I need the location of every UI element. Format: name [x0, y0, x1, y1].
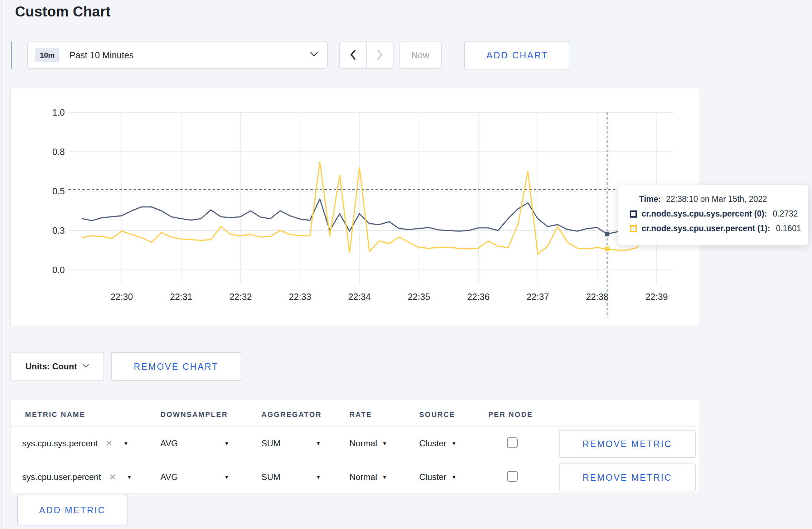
header-metric-name: METRIC NAME	[25, 400, 86, 427]
time-window-dropdown[interactable]: 10m Past 10 Minutes	[27, 42, 328, 69]
caret-down-icon: ▼	[451, 441, 456, 446]
source-select[interactable]: Cluster▼	[419, 460, 456, 494]
svg-text:0.5: 0.5	[52, 186, 65, 196]
svg-text:22:33: 22:33	[289, 292, 311, 302]
next-range-button[interactable]	[367, 42, 393, 68]
svg-text:22:38: 22:38	[586, 292, 609, 302]
svg-text:22:35: 22:35	[408, 292, 430, 302]
page-left-border	[1, 0, 2, 529]
add-chart-button[interactable]: ADD CHART	[464, 41, 570, 69]
tooltip-time-value: 22:38:10 on Mar 15th, 2022	[666, 194, 767, 204]
caret-down-icon: ▼	[316, 474, 321, 480]
caret-down-icon: ▼	[224, 441, 229, 446]
metrics-table-header: METRIC NAME DOWNSAMPLER AGGREGATOR RATE …	[11, 400, 699, 427]
rate-select[interactable]: Normal▼	[349, 460, 387, 494]
units-label: Units: Count	[25, 361, 77, 372]
header-aggregator: AGGREGATOR	[261, 400, 322, 427]
clear-metric-icon[interactable]: ✕	[109, 472, 116, 482]
tooltip-series-name: cr.node.sys.cpu.user.percent (1):	[642, 224, 770, 233]
chart-panel: 0.00.30.50.81.022:3022:3122:3222:3322:34…	[10, 88, 699, 326]
clear-metric-icon[interactable]: ✕	[106, 438, 113, 448]
tooltip-series-value: 0.2732	[773, 209, 798, 219]
tooltip-series-value: 0.1601	[776, 224, 801, 233]
svg-text:22:30: 22:30	[111, 292, 133, 302]
chevron-down-icon	[310, 52, 318, 58]
svg-text:22:36: 22:36	[467, 292, 490, 302]
caret-down-icon: ▼	[451, 474, 456, 480]
metrics-table: METRIC NAME DOWNSAMPLER AGGREGATOR RATE …	[10, 400, 699, 494]
downsampler-select[interactable]: AVG▼	[160, 460, 229, 494]
svg-text:22:39: 22:39	[646, 292, 668, 302]
tooltip-series-row: cr.node.sys.cpu.user.percent (1):0.1601	[630, 224, 808, 233]
caret-down-icon: ▼	[316, 441, 321, 446]
source-select[interactable]: Cluster▼	[419, 427, 456, 460]
tooltip-series-row: cr.node.sys.cpu.sys.percent (0):0.2732	[630, 209, 808, 219]
tooltip-time-label: Time:	[639, 194, 661, 204]
series-swatch-icon	[630, 210, 637, 218]
svg-text:1.0: 1.0	[52, 107, 65, 117]
chevron-right-icon	[376, 49, 383, 61]
prev-range-button[interactable]	[340, 42, 367, 68]
chart-tooltip: Time: 22:38:10 on Mar 15th, 2022 cr.node…	[618, 185, 808, 246]
metric-row: sys.cpu.sys.percent ✕ ▼ AVG▼ SUM▼ Normal…	[11, 427, 699, 460]
time-window-badge: 10m	[35, 48, 59, 62]
metric-name-value[interactable]: sys.cpu.sys.percent	[22, 438, 98, 448]
header-downsampler: DOWNSAMPLER	[160, 400, 228, 427]
svg-text:22:34: 22:34	[348, 292, 371, 302]
metric-name-cell: sys.cpu.sys.percent ✕ ▼	[22, 427, 129, 460]
header-source: SOURCE	[419, 400, 455, 427]
metric-row: sys.cpu.user.percent ✕ ▼ AVG▼ SUM▼ Norma…	[11, 460, 699, 494]
per-node-checkbox[interactable]	[507, 471, 518, 482]
aggregator-select[interactable]: SUM▼	[261, 427, 321, 460]
chevron-down-icon	[83, 363, 89, 370]
metric-name-value[interactable]: sys.cpu.user.percent	[22, 472, 101, 482]
svg-text:22:37: 22:37	[527, 292, 549, 302]
metric-caret-icon[interactable]: ▼	[127, 474, 132, 480]
remove-metric-button[interactable]: REMOVE METRIC	[559, 464, 696, 491]
svg-text:22:31: 22:31	[170, 292, 193, 302]
caret-down-icon: ▼	[382, 441, 387, 446]
downsampler-select[interactable]: AVG▼	[160, 427, 229, 460]
aggregator-select[interactable]: SUM▼	[261, 460, 321, 494]
caret-down-icon: ▼	[382, 474, 387, 480]
caret-down-icon: ▼	[224, 474, 229, 480]
svg-text:0.3: 0.3	[52, 225, 65, 236]
page-title: Custom Chart	[15, 4, 111, 20]
remove-chart-button[interactable]: REMOVE CHART	[111, 352, 241, 381]
add-metric-button[interactable]: ADD METRIC	[17, 495, 127, 525]
svg-text:0.0: 0.0	[52, 265, 65, 275]
metric-name-cell: sys.cpu.user.percent ✕ ▼	[22, 460, 132, 494]
time-window-label: Past 10 Minutes	[69, 50, 134, 60]
now-button[interactable]: Now	[399, 42, 442, 69]
per-node-checkbox[interactable]	[507, 437, 518, 448]
remove-metric-button[interactable]: REMOVE METRIC	[559, 430, 696, 458]
header-per-node: PER NODE	[488, 400, 533, 427]
cpu-usage-chart[interactable]: 0.00.30.50.81.022:3022:3122:3222:3322:34…	[11, 88, 699, 326]
svg-text:22:32: 22:32	[229, 292, 252, 302]
rate-select[interactable]: Normal▼	[349, 427, 387, 460]
toolbar-divider	[11, 42, 12, 69]
units-dropdown[interactable]: Units: Count	[10, 352, 104, 381]
chevron-left-icon	[349, 49, 357, 61]
time-range-nav	[339, 42, 393, 69]
tooltip-series-name: cr.node.sys.cpu.sys.percent (0):	[642, 209, 767, 219]
header-rate: RATE	[349, 400, 372, 427]
svg-text:0.8: 0.8	[52, 147, 65, 157]
metric-caret-icon[interactable]: ▼	[124, 441, 129, 446]
series-swatch-icon	[630, 225, 637, 232]
